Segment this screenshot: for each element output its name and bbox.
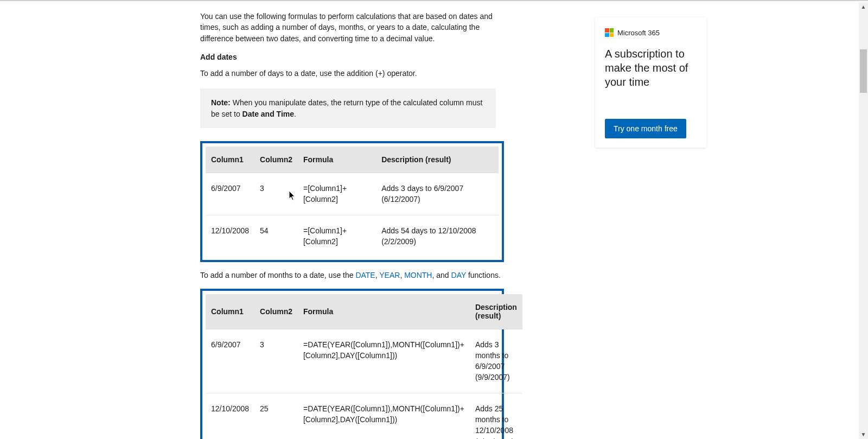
cell: =DATE(YEAR([Column1]),MONTH([Column1])+[… xyxy=(298,393,470,439)
cell: 12/10/2008 xyxy=(206,393,254,439)
table-header: Column2 xyxy=(254,147,298,173)
note-label: Note: xyxy=(211,98,231,107)
table-header: Formula xyxy=(298,147,376,173)
table-header: Formula xyxy=(298,294,470,329)
section-heading-add-dates: Add dates xyxy=(200,52,504,62)
text: , xyxy=(400,271,404,279)
promo-card: Microsoft 365 A subscription to make the… xyxy=(595,17,706,148)
scrollbar-thumb[interactable] xyxy=(860,49,867,93)
table-header: Column1 xyxy=(206,147,254,173)
cell: Adds 3 months to 6/9/2007 (9/9/2007) xyxy=(470,329,522,393)
promo-cta-button[interactable]: Try one month free xyxy=(605,119,686,138)
microsoft-logo-icon xyxy=(605,28,614,37)
cell: 6/9/2007 xyxy=(206,329,254,393)
intro-paragraph: You can use the following formulas to pe… xyxy=(200,11,504,44)
vertical-scrollbar[interactable]: ▲ ▼ xyxy=(859,2,868,439)
table-row: 12/10/2008 54 =[Column1]+[Column2] Adds … xyxy=(206,215,499,257)
promo-headline: A subscription to make the most of your … xyxy=(605,47,697,89)
scroll-down-arrow-icon[interactable]: ▼ xyxy=(859,430,868,439)
cell: Adds 25 months to 12/10/2008 (1/10/2011) xyxy=(470,393,522,439)
promo-brand: Microsoft 365 xyxy=(617,29,660,37)
table-header: Description (result) xyxy=(376,147,499,173)
table-header: Description (result) xyxy=(470,294,522,329)
link-year[interactable]: YEAR xyxy=(379,271,400,279)
cell: 25 xyxy=(254,393,298,439)
add-months-sentence: To add a number of months to a date, use… xyxy=(200,270,504,281)
cell: 3 xyxy=(254,329,298,393)
note-bold: Date and Time xyxy=(242,110,294,118)
table-header: Column2 xyxy=(254,294,298,329)
cell: =DATE(YEAR([Column1]),MONTH([Column1])+[… xyxy=(298,329,470,393)
table-header: Column1 xyxy=(206,294,254,329)
cell: 3 xyxy=(254,173,298,215)
table-add-days: Column1 Column2 Formula Description (res… xyxy=(200,141,504,262)
link-day[interactable]: DAY xyxy=(451,271,467,279)
table-row: 6/9/2007 3 =[Column1]+[Column2] Adds 3 d… xyxy=(206,173,499,215)
cell: =[Column1]+[Column2] xyxy=(298,215,376,257)
note-callout: Note: When you manipulate dates, the ret… xyxy=(200,88,496,128)
scroll-up-arrow-icon[interactable]: ▲ xyxy=(859,2,868,11)
note-body-2: . xyxy=(294,110,296,118)
text: functions. xyxy=(466,271,501,279)
add-days-text: To add a number of days to a date, use t… xyxy=(200,68,504,79)
cell: 12/10/2008 xyxy=(206,215,254,257)
cell: =[Column1]+[Column2] xyxy=(298,173,376,215)
text: , and xyxy=(432,271,451,279)
table-add-months: Column1 Column2 Formula Description (res… xyxy=(200,289,504,439)
article-content: You can use the following formulas to pe… xyxy=(200,11,504,439)
text: To add a number of months to a date, use… xyxy=(200,271,355,279)
cell: 54 xyxy=(254,215,298,257)
scrollbar-track[interactable] xyxy=(859,11,868,430)
table-row: 6/9/2007 3 =DATE(YEAR([Column1]),MONTH([… xyxy=(206,329,522,393)
link-month[interactable]: MONTH xyxy=(404,271,432,279)
cell: 6/9/2007 xyxy=(206,173,254,215)
table-row: 12/10/2008 25 =DATE(YEAR([Column1]),MONT… xyxy=(206,393,522,439)
cell: Adds 54 days to 12/10/2008 (2/2/2009) xyxy=(376,215,499,257)
cell: Adds 3 days to 6/9/2007 (6/12/2007) xyxy=(376,173,499,215)
link-date[interactable]: DATE xyxy=(355,271,375,279)
